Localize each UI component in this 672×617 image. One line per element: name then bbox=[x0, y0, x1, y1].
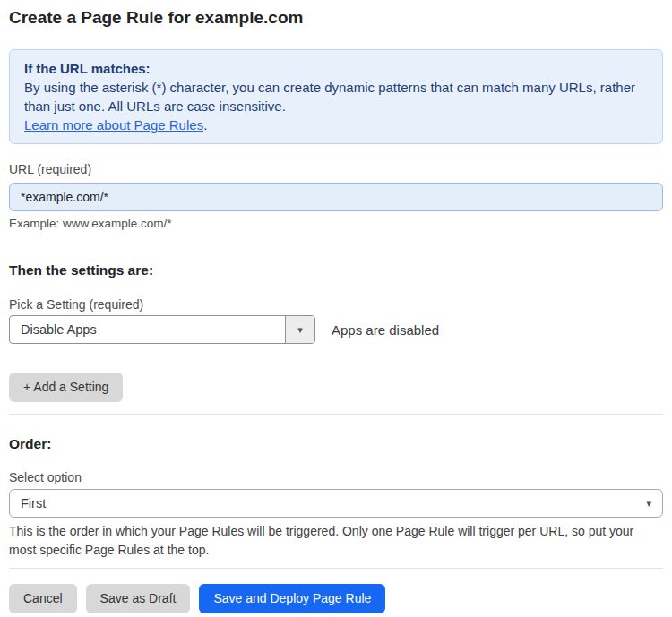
setting-dropdown-value: Disable Apps bbox=[10, 316, 285, 343]
page-rule-form: Create a Page Rule for example.com If th… bbox=[0, 0, 672, 613]
cancel-button[interactable]: Cancel bbox=[9, 584, 77, 613]
add-setting-button[interactable]: + Add a Setting bbox=[9, 373, 123, 402]
info-box-body: By using the asterisk (*) character, you… bbox=[24, 78, 648, 116]
setting-row: Disable Apps ▾ Apps are disabled bbox=[9, 315, 663, 344]
pick-setting-label: Pick a Setting (required) bbox=[9, 296, 663, 313]
url-input[interactable] bbox=[9, 183, 663, 211]
chevron-down-icon: ▾ bbox=[297, 324, 303, 336]
link-suffix: . bbox=[203, 117, 207, 133]
form-actions: Cancel Save as Draft Save and Deploy Pag… bbox=[9, 584, 663, 613]
chevron-down-icon: ▾ bbox=[646, 498, 651, 510]
order-select[interactable]: First ▾ bbox=[9, 489, 663, 518]
setting-dropdown-caret-button[interactable]: ▾ bbox=[285, 316, 314, 343]
settings-section-heading: Then the settings are: bbox=[9, 261, 663, 279]
page-title: Create a Page Rule for example.com bbox=[9, 9, 663, 27]
order-section-heading: Order: bbox=[9, 435, 663, 452]
url-match-info-box: If the URL matches: By using the asteris… bbox=[9, 49, 663, 144]
setting-status-text: Apps are disabled bbox=[332, 322, 439, 338]
order-helper-text: This is the order in which your Page Rul… bbox=[9, 522, 663, 560]
save-and-deploy-button[interactable]: Save and Deploy Page Rule bbox=[199, 584, 385, 613]
divider bbox=[9, 568, 663, 569]
save-as-draft-button[interactable]: Save as Draft bbox=[86, 584, 191, 613]
setting-dropdown[interactable]: Disable Apps ▾ bbox=[9, 315, 315, 344]
order-select-label: Select option bbox=[9, 469, 663, 485]
info-box-link-line: Learn more about Page Rules. bbox=[24, 116, 648, 134]
url-field-label: URL (required) bbox=[9, 161, 663, 177]
url-example-helper: Example: www.example.com/* bbox=[9, 216, 663, 231]
divider bbox=[9, 414, 663, 415]
info-box-heading: If the URL matches: bbox=[24, 59, 648, 78]
order-select-value: First bbox=[21, 496, 46, 510]
learn-more-link[interactable]: Learn more about Page Rules bbox=[24, 117, 203, 133]
